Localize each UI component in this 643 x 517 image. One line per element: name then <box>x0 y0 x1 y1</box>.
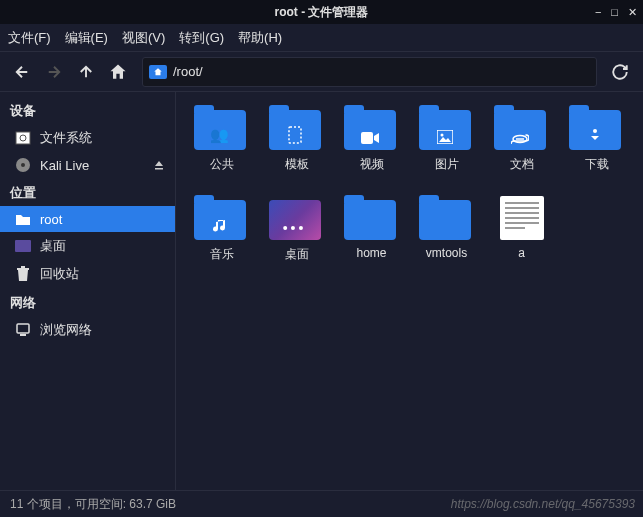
folder-music[interactable]: 音乐 <box>184 196 259 286</box>
svg-rect-8 <box>361 132 373 144</box>
content-area[interactable]: 👥公共 模板 视频 图片 文档 下载 音乐 •••桌面 home vmtools… <box>176 92 643 490</box>
folder-templates[interactable]: 模板 <box>259 106 334 196</box>
item-label: home <box>356 246 386 260</box>
picture-icon <box>437 130 453 144</box>
sidebar-item-label: root <box>40 212 62 227</box>
eject-icon[interactable] <box>153 159 165 171</box>
folder-icon <box>14 211 32 227</box>
close-button[interactable]: ✕ <box>628 6 637 19</box>
reload-button[interactable] <box>605 57 635 87</box>
desktop-icon <box>14 238 32 254</box>
menu-edit[interactable]: 编辑(E) <box>65 29 108 47</box>
folder-videos[interactable]: 视频 <box>334 106 409 196</box>
status-text: 11 个项目，可用空间: 63.7 GiB <box>10 496 176 513</box>
sidebar-item-label: 桌面 <box>40 237 66 255</box>
sidebar-item-label: Kali Live <box>40 158 89 173</box>
menu-go[interactable]: 转到(G) <box>179 29 224 47</box>
sidebar-item-trash[interactable]: 回收站 <box>0 260 175 288</box>
folder-downloads[interactable]: 下载 <box>559 106 634 196</box>
path-bar <box>142 57 597 87</box>
toolbar <box>0 52 643 92</box>
item-label: 公共 <box>210 156 234 173</box>
trash-icon <box>14 266 32 282</box>
item-label: 音乐 <box>210 246 234 263</box>
textfile-icon <box>500 196 544 240</box>
sidebar: 设备 文件系统 Kali Live 位置 root 桌面 回收站 网络 浏览网络 <box>0 92 176 490</box>
template-icon <box>287 126 303 144</box>
window-controls: − □ ✕ <box>595 6 637 19</box>
item-label: 桌面 <box>285 246 309 263</box>
menubar: 文件(F) 编辑(E) 视图(V) 转到(G) 帮助(H) <box>0 24 643 52</box>
back-button[interactable] <box>8 58 36 86</box>
svg-rect-7 <box>289 127 301 143</box>
svg-rect-6 <box>20 334 26 336</box>
sidebar-item-kalilive[interactable]: Kali Live <box>0 152 175 178</box>
folder-home[interactable]: home <box>334 196 409 286</box>
sidebar-item-filesystem[interactable]: 文件系统 <box>0 124 175 152</box>
svg-rect-0 <box>16 132 30 144</box>
attachment-icon <box>511 134 529 144</box>
minimize-button[interactable]: − <box>595 6 601 19</box>
window-title: root - 文件管理器 <box>275 4 369 21</box>
sidebar-item-root[interactable]: root <box>0 206 175 232</box>
file-a[interactable]: a <box>484 196 559 286</box>
sidebar-item-label: 文件系统 <box>40 129 92 147</box>
sidebar-item-label: 回收站 <box>40 265 79 283</box>
titlebar: root - 文件管理器 − □ ✕ <box>0 0 643 24</box>
item-label: 文档 <box>510 156 534 173</box>
drive-icon <box>14 130 32 146</box>
network-icon <box>14 322 32 338</box>
sidebar-header-network: 网络 <box>0 288 175 316</box>
folder-pictures[interactable]: 图片 <box>409 106 484 196</box>
item-label: a <box>518 246 525 260</box>
download-icon <box>588 128 602 144</box>
path-input[interactable] <box>173 64 590 79</box>
sidebar-header-devices: 设备 <box>0 96 175 124</box>
video-icon <box>361 132 379 144</box>
arrow-left-icon <box>13 63 31 81</box>
sidebar-header-places: 位置 <box>0 178 175 206</box>
folder-desktop[interactable]: •••桌面 <box>259 196 334 286</box>
sidebar-item-desktop[interactable]: 桌面 <box>0 232 175 260</box>
svg-point-12 <box>593 129 597 133</box>
watermark: https://blog.csdn.net/qq_45675393 <box>451 497 635 511</box>
svg-point-3 <box>21 163 25 167</box>
folder-documents[interactable]: 文档 <box>484 106 559 196</box>
svg-rect-5 <box>17 324 29 333</box>
sidebar-item-browse-network[interactable]: 浏览网络 <box>0 316 175 344</box>
item-label: 图片 <box>435 156 459 173</box>
item-label: 视频 <box>360 156 384 173</box>
menu-help[interactable]: 帮助(H) <box>238 29 282 47</box>
svg-rect-4 <box>15 240 31 252</box>
home-badge-icon <box>149 65 167 79</box>
svg-point-10 <box>440 134 443 137</box>
item-label: 模板 <box>285 156 309 173</box>
menu-file[interactable]: 文件(F) <box>8 29 51 47</box>
folder-public[interactable]: 👥公共 <box>184 106 259 196</box>
desktop-thumbnail-icon: ••• <box>269 200 321 240</box>
up-button[interactable] <box>72 58 100 86</box>
sidebar-item-label: 浏览网络 <box>40 321 92 339</box>
menu-view[interactable]: 视图(V) <box>122 29 165 47</box>
arrow-up-icon <box>77 63 95 81</box>
item-label: 下载 <box>585 156 609 173</box>
folder-vmtools[interactable]: vmtools <box>409 196 484 286</box>
people-icon: 👥 <box>210 126 229 144</box>
music-icon <box>213 218 227 234</box>
reload-icon <box>611 63 629 81</box>
home-icon <box>108 62 128 82</box>
forward-button[interactable] <box>40 58 68 86</box>
arrow-right-icon <box>45 63 63 81</box>
maximize-button[interactable]: □ <box>611 6 618 19</box>
disc-icon <box>14 157 32 173</box>
home-button[interactable] <box>104 58 132 86</box>
item-label: vmtools <box>426 246 467 260</box>
